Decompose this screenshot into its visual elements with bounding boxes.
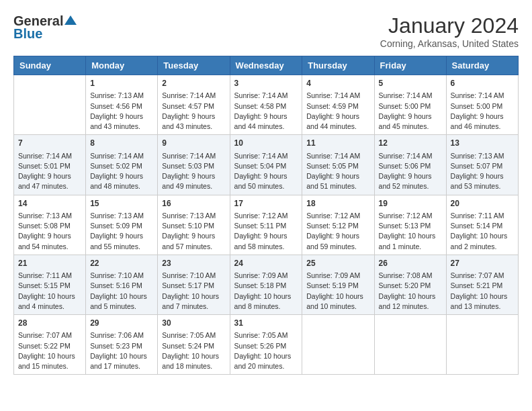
day-number: 12: [379, 138, 442, 149]
sunset-text: Sunset: 5:13 PM: [379, 222, 431, 230]
day-number: 13: [451, 138, 514, 149]
calendar-cell: 15Sunrise: 7:13 AMSunset: 5:09 PMDayligh…: [86, 195, 158, 255]
day-number: 22: [90, 258, 153, 269]
calendar-cell: 5Sunrise: 7:14 AMSunset: 5:00 PMDaylight…: [374, 75, 446, 135]
title-section: January 2024 Corning, Arkansas, United S…: [380, 13, 519, 49]
day-number: 18: [306, 198, 369, 210]
calendar-cell: 25Sunrise: 7:09 AMSunset: 5:19 PMDayligh…: [302, 255, 374, 314]
sunrise-text: Sunrise: 7:14 AM: [162, 152, 216, 160]
calendar-cell: 30Sunrise: 7:05 AMSunset: 5:24 PMDayligh…: [158, 315, 230, 375]
day-number: 20: [451, 198, 514, 210]
day-number: 2: [162, 78, 225, 89]
calendar-cell: 22Sunrise: 7:10 AMSunset: 5:16 PMDayligh…: [86, 255, 158, 314]
sunrise-text: Sunrise: 7:11 AM: [18, 271, 72, 279]
calendar-week-row: 28Sunrise: 7:07 AMSunset: 5:22 PMDayligh…: [14, 315, 519, 375]
calendar-table: SundayMondayTuesdayWednesdayThursdayFrid…: [13, 56, 519, 375]
sunrise-text: Sunrise: 7:13 AM: [18, 212, 72, 220]
sunrise-text: Sunrise: 7:14 AM: [379, 152, 433, 160]
calendar-cell: 14Sunrise: 7:13 AMSunset: 5:08 PMDayligh…: [14, 195, 86, 255]
calendar-week-row: 1Sunrise: 7:13 AMSunset: 4:56 PMDaylight…: [14, 75, 519, 135]
day-number: 19: [379, 198, 442, 210]
daylight-text: Daylight: 9 hours and 52 minutes.: [379, 172, 432, 190]
calendar-header-row: SundayMondayTuesdayWednesdayThursdayFrid…: [14, 56, 519, 75]
calendar-cell: 29Sunrise: 7:06 AMSunset: 5:23 PMDayligh…: [86, 315, 158, 375]
daylight-text: Daylight: 10 hours and 5 minutes.: [90, 292, 147, 310]
daylight-text: Daylight: 9 hours and 54 minutes.: [18, 232, 71, 250]
daylight-text: Daylight: 9 hours and 49 minutes.: [162, 172, 215, 190]
sunrise-text: Sunrise: 7:11 AM: [451, 212, 504, 220]
daylight-text: Daylight: 9 hours and 50 minutes.: [234, 172, 287, 190]
daylight-text: Daylight: 9 hours and 44 minutes.: [306, 112, 359, 130]
day-number: 29: [90, 318, 153, 329]
daylight-text: Daylight: 10 hours and 7 minutes.: [162, 292, 219, 310]
day-of-week-header: Monday: [86, 56, 158, 75]
sunset-text: Sunset: 5:03 PM: [162, 162, 214, 170]
daylight-text: Daylight: 10 hours and 8 minutes.: [234, 292, 292, 310]
sunset-text: Sunset: 5:09 PM: [90, 222, 142, 230]
sunrise-text: Sunrise: 7:13 AM: [90, 91, 144, 99]
daylight-text: Daylight: 9 hours and 58 minutes.: [234, 232, 287, 250]
sunset-text: Sunset: 5:00 PM: [451, 102, 503, 110]
sunrise-text: Sunrise: 7:12 AM: [306, 212, 360, 220]
calendar-cell: 9Sunrise: 7:14 AMSunset: 5:03 PMDaylight…: [158, 135, 230, 195]
sunset-text: Sunset: 5:02 PM: [90, 162, 142, 170]
sunrise-text: Sunrise: 7:12 AM: [234, 212, 288, 220]
sunrise-text: Sunrise: 7:09 AM: [234, 271, 288, 279]
calendar-cell: [374, 315, 446, 375]
daylight-text: Daylight: 9 hours and 47 minutes.: [18, 172, 71, 190]
calendar-cell: [14, 75, 86, 135]
sunset-text: Sunset: 5:06 PM: [379, 162, 431, 170]
calendar-cell: 13Sunrise: 7:13 AMSunset: 5:07 PMDayligh…: [446, 135, 518, 195]
day-number: 15: [90, 198, 153, 210]
logo: General Blue: [13, 13, 77, 42]
daylight-text: Daylight: 9 hours and 57 minutes.: [162, 232, 215, 250]
day-number: 8: [90, 138, 153, 149]
day-of-week-header: Thursday: [302, 56, 374, 75]
day-of-week-header: Wednesday: [230, 56, 302, 75]
calendar-cell: 4Sunrise: 7:14 AMSunset: 4:59 PMDaylight…: [302, 75, 374, 135]
calendar-cell: 31Sunrise: 7:05 AMSunset: 5:26 PMDayligh…: [230, 315, 302, 375]
sunrise-text: Sunrise: 7:13 AM: [451, 152, 504, 160]
sunset-text: Sunset: 4:56 PM: [90, 102, 142, 110]
sunset-text: Sunset: 5:18 PM: [234, 281, 287, 289]
day-number: 21: [18, 258, 81, 269]
calendar-cell: 28Sunrise: 7:07 AMSunset: 5:22 PMDayligh…: [14, 315, 86, 375]
sunrise-text: Sunrise: 7:07 AM: [451, 271, 504, 279]
daylight-text: Daylight: 9 hours and 43 minutes.: [90, 112, 143, 130]
sunset-text: Sunset: 5:17 PM: [162, 281, 214, 289]
daylight-text: Daylight: 9 hours and 45 minutes.: [379, 112, 432, 130]
daylight-text: Daylight: 9 hours and 44 minutes.: [234, 112, 287, 130]
day-number: 10: [234, 138, 298, 149]
day-number: 3: [234, 78, 298, 89]
daylight-text: Daylight: 10 hours and 4 minutes.: [18, 292, 75, 310]
calendar-cell: 8Sunrise: 7:14 AMSunset: 5:02 PMDaylight…: [86, 135, 158, 195]
sunrise-text: Sunrise: 7:10 AM: [162, 271, 216, 279]
calendar-cell: 17Sunrise: 7:12 AMSunset: 5:11 PMDayligh…: [230, 195, 302, 255]
calendar-week-row: 7Sunrise: 7:14 AMSunset: 5:01 PMDaylight…: [14, 135, 519, 195]
sunset-text: Sunset: 5:20 PM: [379, 281, 431, 289]
sunrise-text: Sunrise: 7:14 AM: [306, 152, 360, 160]
sunrise-text: Sunrise: 7:10 AM: [90, 271, 144, 279]
sunset-text: Sunset: 5:23 PM: [90, 342, 142, 350]
sunset-text: Sunset: 5:04 PM: [234, 162, 287, 170]
daylight-text: Daylight: 10 hours and 15 minutes.: [18, 352, 75, 370]
sunrise-text: Sunrise: 7:13 AM: [162, 212, 216, 220]
sunset-text: Sunset: 5:10 PM: [162, 222, 214, 230]
sunset-text: Sunset: 5:14 PM: [451, 222, 503, 230]
calendar-cell: 26Sunrise: 7:08 AMSunset: 5:20 PMDayligh…: [374, 255, 446, 314]
calendar-cell: 1Sunrise: 7:13 AMSunset: 4:56 PMDaylight…: [86, 75, 158, 135]
calendar-cell: 7Sunrise: 7:14 AMSunset: 5:01 PMDaylight…: [14, 135, 86, 195]
sunrise-text: Sunrise: 7:05 AM: [234, 331, 288, 339]
calendar-cell: 6Sunrise: 7:14 AMSunset: 5:00 PMDaylight…: [446, 75, 518, 135]
logo-blue-text: Blue: [13, 26, 42, 42]
sunrise-text: Sunrise: 7:05 AM: [162, 331, 216, 339]
sunset-text: Sunset: 5:26 PM: [234, 342, 287, 350]
daylight-text: Daylight: 9 hours and 51 minutes.: [306, 172, 359, 190]
calendar-cell: [446, 315, 518, 375]
sunrise-text: Sunrise: 7:14 AM: [234, 91, 288, 99]
sunrise-text: Sunrise: 7:09 AM: [306, 271, 360, 279]
daylight-text: Daylight: 9 hours and 43 minutes.: [162, 112, 215, 130]
day-number: 28: [18, 318, 81, 329]
day-number: 1: [90, 78, 153, 89]
header: General Blue January 2024 Corning, Arkan…: [13, 13, 519, 49]
